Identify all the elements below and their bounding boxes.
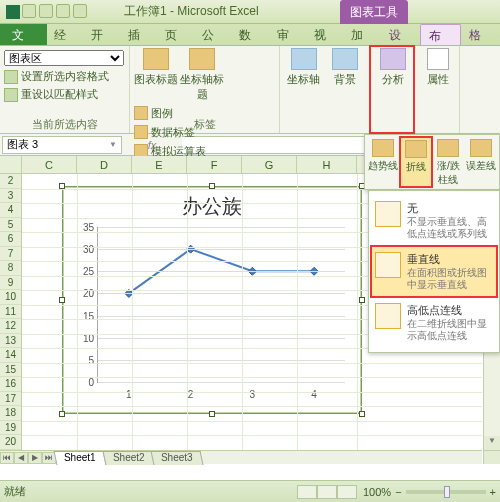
- row-header[interactable]: 13: [0, 334, 21, 349]
- row-header[interactable]: 9: [0, 276, 21, 291]
- tab-formulas[interactable]: 公式: [195, 24, 232, 45]
- format-selection-button[interactable]: 设置所选内容格式: [4, 69, 125, 84]
- tab-insert[interactable]: 插入: [121, 24, 158, 45]
- tab-data[interactable]: 数据: [232, 24, 269, 45]
- status-ready: 就绪: [4, 484, 26, 499]
- axis-title-button[interactable]: 坐标轴标题: [180, 48, 224, 102]
- axes-icon: [291, 48, 317, 70]
- row-header[interactable]: 2: [0, 174, 21, 189]
- background-icon: [332, 48, 358, 70]
- resize-handle[interactable]: [59, 411, 65, 417]
- contextual-tab-label: 图表工具: [340, 0, 408, 24]
- tab-format[interactable]: 格式: [461, 24, 500, 45]
- zoom-out-icon[interactable]: −: [395, 486, 401, 498]
- status-bar: 就绪 100% − +: [0, 480, 500, 502]
- quick-access-toolbar: [22, 4, 87, 18]
- chart-title-button[interactable]: 图表标题: [134, 48, 178, 102]
- resize-handle[interactable]: [359, 411, 365, 417]
- row-header[interactable]: 12: [0, 319, 21, 334]
- format-selection-icon: [4, 70, 18, 84]
- chevron-down-icon: ▼: [109, 140, 117, 149]
- col-header[interactable]: F: [187, 156, 242, 174]
- sheet-tab-2[interactable]: Sheet2: [102, 451, 155, 465]
- properties-button[interactable]: 属性: [418, 48, 458, 108]
- zoom-level[interactable]: 100%: [363, 486, 391, 498]
- row-header[interactable]: 10: [0, 290, 21, 305]
- qat-redo-icon[interactable]: [56, 4, 70, 18]
- row-header[interactable]: 18: [0, 406, 21, 421]
- row-header[interactable]: 15: [0, 363, 21, 378]
- col-header[interactable]: E: [132, 156, 187, 174]
- name-box[interactable]: 图表 3▼: [2, 136, 122, 154]
- lines-option-hilow[interactable]: 高低点连线在二维折线图中显示高低点连线: [371, 297, 497, 348]
- lines-hilow-icon: [375, 303, 401, 329]
- select-all-corner[interactable]: [0, 156, 22, 174]
- scroll-down-icon[interactable]: ▼: [484, 436, 500, 450]
- tab-design[interactable]: 设计: [381, 24, 420, 45]
- row-header[interactable]: 7: [0, 247, 21, 262]
- row-header[interactable]: 11: [0, 305, 21, 320]
- row-header[interactable]: 4: [0, 203, 21, 218]
- tab-view[interactable]: 视图: [307, 24, 344, 45]
- background-button[interactable]: 背景: [326, 48, 366, 108]
- tab-classic[interactable]: 经典: [47, 24, 84, 45]
- resize-handle[interactable]: [209, 411, 215, 417]
- row-header[interactable]: 5: [0, 218, 21, 233]
- sheet-nav-next[interactable]: ▶: [28, 452, 42, 464]
- row-header[interactable]: 20: [0, 435, 21, 450]
- axes-button[interactable]: 坐标轴: [284, 48, 324, 108]
- col-header[interactable]: C: [22, 156, 77, 174]
- qat-save-icon[interactable]: [22, 4, 36, 18]
- row-header[interactable]: 8: [0, 261, 21, 276]
- tab-file[interactable]: 文件: [0, 24, 47, 45]
- view-pagelayout-icon[interactable]: [317, 485, 337, 499]
- trendline-icon: [372, 139, 394, 157]
- group-axes: 坐标轴 背景: [280, 46, 370, 133]
- view-pagebreak-icon[interactable]: [337, 485, 357, 499]
- reset-style-button[interactable]: 重设以匹配样式: [4, 87, 125, 102]
- lines-option-none[interactable]: 无不显示垂直线、高低点连线或系列线: [371, 195, 497, 246]
- analysis-icon: [380, 48, 406, 70]
- sheet-nav-prev[interactable]: ◀: [14, 452, 28, 464]
- sheet-tab-3[interactable]: Sheet3: [151, 451, 204, 465]
- qat-more-icon[interactable]: [73, 4, 87, 18]
- trendline-button[interactable]: 趋势线: [367, 137, 399, 187]
- tab-home[interactable]: 开始: [84, 24, 121, 45]
- tab-layout[interactable]: 布局: [420, 24, 461, 45]
- row-header[interactable]: 16: [0, 377, 21, 392]
- row-header[interactable]: 17: [0, 392, 21, 407]
- col-header[interactable]: D: [77, 156, 132, 174]
- row-header[interactable]: 6: [0, 232, 21, 247]
- tab-review[interactable]: 审阅: [270, 24, 307, 45]
- col-header[interactable]: H: [297, 156, 357, 174]
- embedded-chart[interactable]: 办公族 051015202530351234: [62, 186, 362, 414]
- reset-style-icon: [4, 88, 18, 102]
- lines-option-droplines[interactable]: 垂直线在面积图或折线图中显示垂直线: [371, 246, 497, 297]
- chart-element-selector[interactable]: 图表区: [4, 50, 124, 66]
- zoom-in-icon[interactable]: +: [490, 486, 496, 498]
- qat-undo-icon[interactable]: [39, 4, 53, 18]
- chart-title[interactable]: 办公族: [63, 193, 361, 220]
- row-header[interactable]: 14: [0, 348, 21, 363]
- sheet-nav-first[interactable]: ⏮: [0, 452, 14, 464]
- lines-button[interactable]: 折线: [400, 137, 432, 187]
- axis-title-icon: [189, 48, 215, 70]
- col-header[interactable]: G: [242, 156, 297, 174]
- analysis-dropdown: 趋势线 折线 涨/跌柱线 误差线: [364, 134, 500, 190]
- analysis-button[interactable]: 分析: [374, 48, 412, 108]
- zoom-slider-thumb[interactable]: [444, 486, 450, 498]
- updown-bars-button[interactable]: 涨/跌柱线: [433, 137, 465, 187]
- tab-page[interactable]: 页面: [158, 24, 195, 45]
- error-bars-icon: [470, 139, 492, 157]
- row-header[interactable]: 19: [0, 421, 21, 436]
- tab-addins[interactable]: 加载: [344, 24, 381, 45]
- error-bars-button[interactable]: 误差线: [465, 137, 497, 187]
- view-normal-icon[interactable]: [297, 485, 317, 499]
- window-title: 工作簿1 - Microsoft Excel: [124, 3, 259, 20]
- group-labels: 图表标题 坐标轴标题 图例 数据标签 模拟运算表 标签: [130, 46, 280, 133]
- sheet-tab-1[interactable]: Sheet1: [54, 451, 107, 465]
- row-header[interactable]: 3: [0, 189, 21, 204]
- resize-handle[interactable]: [359, 297, 365, 303]
- zoom-slider[interactable]: [406, 490, 486, 494]
- resize-handle[interactable]: [59, 297, 65, 303]
